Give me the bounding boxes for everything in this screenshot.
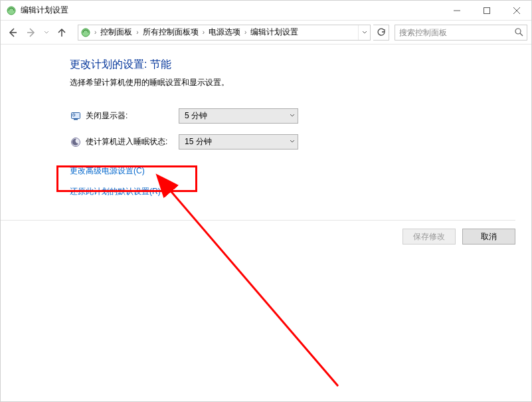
svg-rect-12	[74, 119, 78, 120]
svg-line-10	[520, 33, 523, 36]
title-bar: 编辑计划设置	[1, 1, 531, 21]
cancel-button[interactable]: 取消	[462, 229, 515, 245]
refresh-button[interactable]	[373, 25, 389, 41]
chevron-down-icon	[290, 112, 295, 120]
search-icon[interactable]	[511, 25, 527, 40]
control-panel-icon	[78, 25, 93, 40]
setting-display-off: 关闭显示器: 5 分钟	[70, 108, 515, 124]
setting-label: 使计算机进入睡眠状态:	[86, 136, 179, 148]
history-dropdown-button[interactable]	[42, 25, 51, 41]
breadcrumb-item[interactable]: 编辑计划设置	[248, 27, 301, 38]
svg-line-18	[169, 189, 338, 386]
restore-defaults-link[interactable]: 还原此计划的默认设置(R)	[70, 186, 515, 197]
search-box[interactable]	[395, 25, 527, 41]
content-area: 更改计划的设置: 节能 选择希望计算机使用的睡眠设置和显示设置。 关闭显示器: …	[1, 45, 531, 216]
close-button[interactable]	[501, 1, 531, 21]
select-value: 15 分钟	[185, 136, 212, 148]
advanced-power-link[interactable]: 更改高级电源设置(C)	[70, 165, 515, 177]
svg-line-15	[74, 115, 74, 116]
svg-rect-2	[484, 7, 489, 13]
moon-icon	[70, 136, 82, 148]
app-icon	[6, 5, 17, 16]
breadcrumb-item[interactable]: 所有控制面板项	[140, 27, 201, 38]
breadcrumb-item[interactable]: 控制面板	[98, 27, 135, 38]
nav-row: › 控制面板 › 所有控制面板项 › 电源选项 › 编辑计划设置	[1, 21, 531, 45]
breadcrumb-item[interactable]: 电源选项	[206, 27, 243, 38]
window-title: 编辑计划设置	[21, 5, 68, 16]
search-input[interactable]	[395, 28, 511, 37]
chevron-right-icon[interactable]: ›	[93, 29, 98, 36]
display-off-select[interactable]: 5 分钟	[179, 108, 298, 124]
minimize-button[interactable]	[442, 1, 472, 21]
setting-sleep: 使计算机进入睡眠状态: 15 分钟	[70, 134, 515, 150]
up-button[interactable]	[54, 25, 70, 41]
page-title: 更改计划的设置: 节能	[70, 58, 515, 72]
chevron-right-icon[interactable]: ›	[201, 29, 206, 36]
breadcrumb: › 控制面板 › 所有控制面板项 › 电源选项 › 编辑计划设置	[93, 27, 358, 38]
button-label: 保存修改	[413, 231, 445, 243]
setting-label: 关闭显示器:	[86, 110, 179, 122]
forward-button[interactable]	[23, 25, 39, 41]
svg-point-9	[515, 29, 521, 34]
button-label: 取消	[481, 231, 497, 243]
save-button: 保存修改	[402, 229, 456, 245]
address-bar[interactable]: › 控制面板 › 所有控制面板项 › 电源选项 › 编辑计划设置	[78, 25, 371, 41]
page-subtitle: 选择希望计算机使用的睡眠设置和显示设置。	[70, 77, 515, 88]
back-button[interactable]	[5, 25, 21, 41]
sleep-select[interactable]: 15 分钟	[179, 134, 298, 150]
maximize-button[interactable]	[472, 1, 501, 21]
link-block: 更改高级电源设置(C) 还原此计划的默认设置(R)	[70, 165, 515, 197]
select-value: 5 分钟	[185, 110, 207, 122]
footer: 保存修改 取消	[1, 220, 515, 245]
address-dropdown-button[interactable]	[358, 25, 370, 40]
chevron-right-icon[interactable]: ›	[243, 29, 248, 36]
monitor-icon	[70, 110, 82, 122]
chevron-down-icon	[290, 138, 295, 146]
chevron-right-icon[interactable]: ›	[135, 29, 139, 36]
